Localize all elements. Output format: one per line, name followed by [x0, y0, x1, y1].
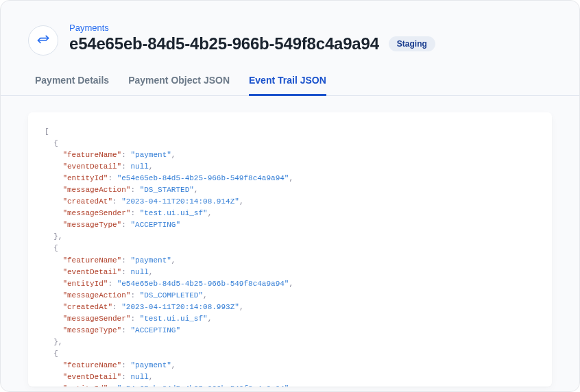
tabs: Payment DetailsPayment Object JSONEvent …	[1, 68, 579, 96]
header: Payments e54e65eb-84d5-4b25-966b-549f8c4…	[1, 1, 579, 68]
json-viewer[interactable]: [ { "featureName": "payment", "eventDeta…	[28, 126, 552, 387]
transfer-icon	[36, 34, 50, 47]
tab-payment-details[interactable]: Payment Details	[35, 68, 109, 96]
environment-badge: Staging	[389, 36, 435, 51]
transfer-icon-container	[28, 25, 58, 56]
tab-event-trail-json[interactable]: Event Trail JSON	[249, 68, 326, 96]
breadcrumb[interactable]: Payments	[69, 23, 552, 33]
page-title: e54e65eb-84d5-4b25-966b-549f8c4a9a94	[69, 34, 379, 53]
content-card: [ { "featureName": "payment", "eventDeta…	[28, 112, 552, 387]
tab-payment-object-json[interactable]: Payment Object JSON	[128, 68, 230, 96]
title-row: e54e65eb-84d5-4b25-966b-549f8c4a9a94 Sta…	[69, 34, 552, 53]
app-frame: Payments e54e65eb-84d5-4b25-966b-549f8c4…	[0, 0, 580, 392]
header-text: Payments e54e65eb-84d5-4b25-966b-549f8c4…	[69, 23, 552, 53]
